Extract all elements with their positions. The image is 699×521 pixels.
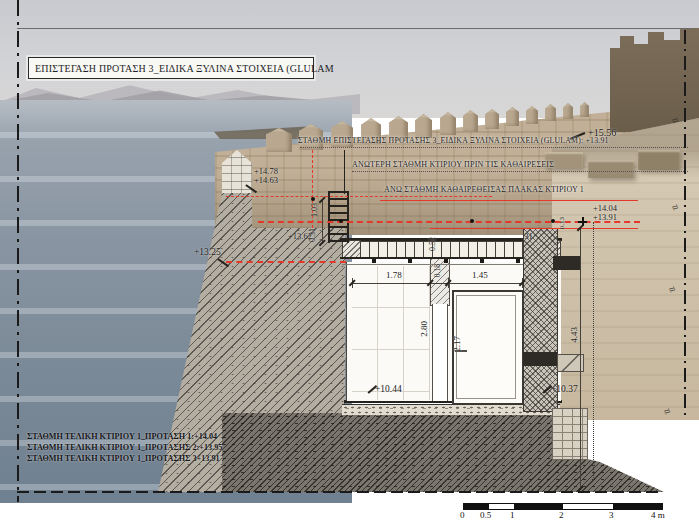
scale-label: 0 [460,510,465,520]
level-label-glulam: +13.91 [593,212,617,222]
level-label-scarp: +13.25 [194,247,221,257]
bolt [516,259,520,263]
right-wall-lintel [523,352,557,366]
dotted-leader [352,171,688,172]
red-level-line-dashed-upper [226,196,492,197]
dim-room-left-height: 2.80 [419,321,429,337]
bolt [408,259,412,263]
level-marker-dot [470,219,474,223]
frame-line-left [17,0,19,502]
door-leaf [456,295,516,399]
note-glulam-level: ΣΤΑΘΜΗ ΕΠΙΣΤΕΓΑΣΗΣ ΠΡΟΤΑΣΗΣ 3_ΕΙΔΙΚΑ ΞΥΛ… [298,136,609,145]
frame-line-right [684,30,686,420]
parapet-dim-line [322,200,323,244]
scale-label: 4 m [651,510,665,520]
dim-door-height: 2.17 [452,336,462,352]
partition-wall [432,304,448,401]
level-label-parapet-top: +15.56 [588,127,616,138]
scale-label: 1 [510,510,515,520]
legend-line: ΣΤΑΘΜΗ ΤΕΛΙΚΗ ΚΤΙΡΙΟΥ 1_ΠΡΟΤΑΣΗΣ 2:+13.9… [27,442,217,453]
stone-block [638,150,680,170]
scale-segment [514,504,564,509]
scale-segment [464,504,489,509]
height-dim-line [580,228,581,490]
level-label-floor-exterior: +10.37 [551,384,578,394]
red-level-line-solid-upper [380,200,638,201]
level-label-floor-interior: +10.44 [375,384,402,394]
scale-label: 3 [609,510,614,520]
level-marker-dot [551,219,555,223]
scale-bar-segments [463,503,663,510]
bolt [372,259,376,263]
drawing-sheet: ΣΤΑΘΜΗ ΕΠΙΣΤΕΓΑΣΗΣ ΠΡΟΤΑΣΗΣ 3_ΕΙΔΙΚΑ ΞΥΛ… [0,0,699,521]
scale-segment [613,504,663,509]
stone-block [588,160,634,178]
width-dim-line [352,283,523,284]
note-demolished-slab: ΑΝΩ ΣΤΑΘΜΗ ΚΑΘΑΙΡΕΘΕΙΣΑΣ ΠΛΑΚΑΣ ΚΤΙΡΙΟΥ … [384,185,584,194]
note-pre-demolition: ΑΝΩΤΕΡΗ ΣΤΑΘΜΗ ΚΤΙΡΙΟΥ ΠΡΙΝ ΤΙΣ ΚΑΘΑΙΡΕΣ… [352,160,554,169]
bolt [444,259,448,263]
railing-ladder-detail [328,191,349,243]
dim-band-height: 0.31 [308,228,317,242]
level-marker-dot [311,197,315,201]
dim-level-gap: 0.13 [558,217,566,229]
dim-roof-thickness: 0.52 [428,237,437,251]
dotted-leader [300,147,688,148]
scale-segment [563,504,613,509]
right-wall-cap [553,256,581,270]
scale-label: 2 [559,510,564,520]
final-levels-legend: ΣΤΑΘΜΗ ΤΕΛΙΚΗ ΚΤΙΡΙΟΥ 1_ΠΡΟΤΑΣΗ 1:+14.04… [27,431,217,464]
level-marker-dot [339,219,343,223]
bolt [480,259,484,263]
scale-bar: 0 0.5 1 2 3 4 m [460,499,670,521]
sheet-title: ΕΠΙΣΤΕΓΑΣΗ ΠΡΟΤΑΣΗ 3_ΕΙΔΙΚΑ ΞΥΛΙΝΑ ΣΤΟΙΧ… [35,63,334,74]
dim-room-right-width: 1.45 [472,270,488,280]
red-scarp-level-line [226,261,346,263]
section-cut-line [344,150,345,194]
dim-slab-thickness: .31 [522,231,533,241]
legend-line: ΣΤΑΘΜΗ ΤΕΛΙΚΗ ΚΤΙΡΙΟΥ 1_ΠΡΟΤΑΣΗ 1:+14.04 [27,431,217,442]
scale-segment [489,504,514,509]
frame-line-bottom [17,491,663,493]
red-level-line-solid-lower [430,228,638,229]
dim-parapet-height: 1.03 [310,203,319,217]
witness-dotted-line [593,222,594,480]
dim-right-total-height: 4.43 [569,327,579,343]
frame-line-top [17,28,693,29]
scale-label: 0.5 [480,510,491,520]
dim-room-left-width: 1.78 [386,270,402,280]
dim-partition-width: 0.18 [433,264,442,277]
level-label-wall-top-b: +14.63 [254,175,278,185]
title-box: ΕΠΙΣΤΕΓΑΣΗ ΠΡΟΤΑΣΗ 3_ΕΙΔΙΚΑ ΞΥΛΙΝΑ ΣΤΟΙΧ… [28,57,314,79]
legend-line: ΣΤΑΘΜΗ ΤΕΛΙΚΗ ΚΤΙΡΙΟΥ 1_ΠΡΟΤΑΣΗΣ 3+13.91 [27,453,217,464]
rubble-foundation [552,408,588,460]
